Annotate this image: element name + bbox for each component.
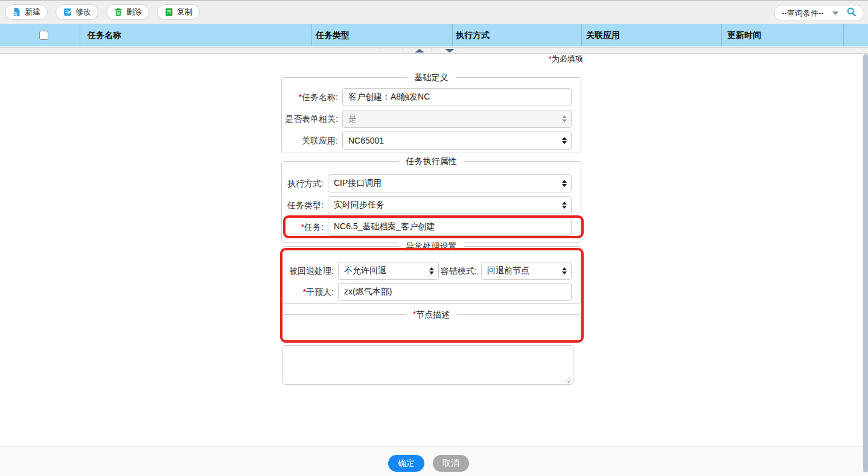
form-row: 是否表单相关: 是 xyxy=(282,110,581,128)
cancel-button[interactable]: 取消 xyxy=(433,455,469,472)
delete-button[interactable]: 删除 xyxy=(106,4,149,20)
section-basic-legend: 基础定义 xyxy=(407,72,456,83)
search-icon[interactable] xyxy=(846,7,857,19)
select-all-checkbox[interactable] xyxy=(39,31,48,40)
form-row: *干预人: xyxy=(282,283,581,301)
new-button[interactable]: 新建 xyxy=(5,4,48,20)
exec-mode-value: CIP接口调用 xyxy=(334,178,381,189)
toolbar: 新建 修改 删除 复制 --查询条件-- xyxy=(0,0,868,24)
select-stepper-icon xyxy=(562,180,567,187)
chevron-down-icon[interactable] xyxy=(832,11,838,15)
exec-mode-select[interactable]: CIP接口调用 xyxy=(328,174,572,192)
splitter-bar xyxy=(0,47,868,54)
modify-button-label: 修改 xyxy=(75,7,91,17)
required-note: *为必填项 xyxy=(549,54,583,65)
task-type-select[interactable]: 实时同步任务 xyxy=(328,196,572,214)
form-related-value: 是 xyxy=(348,113,357,124)
column-label: 任务名称 xyxy=(88,30,121,41)
rollback-handling-label: 被回退处理: xyxy=(282,262,334,280)
fault-mode-label: 容错模式: xyxy=(436,262,477,280)
form-row: 被回退处理: 不允许回退 容错模式: 回退前节点 xyxy=(282,262,581,280)
section-node-description-legend: *节点描述 xyxy=(406,309,457,320)
intervener-label: *干预人: xyxy=(282,283,334,301)
related-app-select[interactable]: NC65001 xyxy=(342,132,572,150)
select-stepper-icon xyxy=(562,267,567,274)
splitter-divider xyxy=(462,48,462,53)
column-header-task-name[interactable]: 任务名称 xyxy=(80,24,312,46)
section-exception-legend: 异常处理设置 xyxy=(399,241,464,252)
node-description-textarea[interactable] xyxy=(282,345,573,385)
new-button-label: 新建 xyxy=(25,7,40,17)
section-execution-legend: 任务执行属性 xyxy=(399,156,464,167)
section-basic-definition: 基础定义 *任务名称: 是否表单相关: 是 关联应用: NC65001 xyxy=(281,77,581,153)
column-header-update-time[interactable]: 更新时间 xyxy=(722,24,844,46)
task-type-label: 任务类型: xyxy=(282,196,324,214)
related-app-value: NC65001 xyxy=(348,136,384,145)
copy-button[interactable]: 复制 xyxy=(157,4,200,20)
footer-bar: 确定 取消 xyxy=(0,446,868,476)
query-condition-value: --查询条件-- xyxy=(782,8,823,19)
fault-mode-value: 回退前节点 xyxy=(487,265,529,276)
column-header-spacer xyxy=(844,24,868,46)
form-related-label: 是否表单相关: xyxy=(282,110,338,128)
splitter-divider xyxy=(403,48,403,53)
task-name-input[interactable] xyxy=(342,88,572,106)
new-document-icon xyxy=(12,7,22,17)
task-type-value: 实时同步任务 xyxy=(334,200,385,211)
splitter-divider xyxy=(432,48,432,53)
form-row: *任务: xyxy=(282,218,581,236)
select-all-column xyxy=(0,24,80,46)
task-input[interactable] xyxy=(328,218,572,236)
form-row: 执行方式: CIP接口调用 xyxy=(282,174,581,192)
column-header-task-type[interactable]: 任务类型 xyxy=(312,24,453,46)
column-header-exec-mode[interactable]: 执行方式 xyxy=(453,24,582,46)
form-related-select: 是 xyxy=(342,110,572,128)
delete-button-label: 删除 xyxy=(126,7,142,17)
intervener-input[interactable] xyxy=(338,283,572,301)
section-execution-attributes: 任务执行属性 执行方式: CIP接口调用 任务类型: 实时同步任务 *任务: xyxy=(281,161,581,243)
exec-mode-label: 执行方式: xyxy=(282,174,324,192)
column-label: 任务类型 xyxy=(316,30,349,41)
table-header: 任务名称 任务类型 执行方式 关联应用 更新时间 xyxy=(0,24,868,46)
form-row: *任务名称: xyxy=(282,88,581,106)
task-label: *任务: xyxy=(282,218,324,236)
ok-button[interactable]: 确定 xyxy=(388,455,424,472)
collapse-up-icon[interactable] xyxy=(415,49,424,52)
fault-mode-select[interactable]: 回退前节点 xyxy=(481,262,572,280)
column-header-related-app[interactable]: 关联应用 xyxy=(582,24,722,46)
collapse-down-icon[interactable] xyxy=(445,49,455,52)
column-label: 关联应用 xyxy=(586,30,620,41)
select-stepper-icon xyxy=(562,137,567,144)
trash-icon xyxy=(113,7,123,17)
page: 新建 修改 删除 复制 --查询条件-- xyxy=(0,0,868,476)
select-stepper-icon xyxy=(429,267,434,274)
modify-button[interactable]: 修改 xyxy=(56,4,98,20)
section-exception-handling: 异常处理设置 被回退处理: 不允许回退 容错模式: 回退前节点 *干预人: xyxy=(281,246,581,304)
query-condition-select[interactable]: --查询条件-- xyxy=(774,5,864,21)
required-note-text: 为必填项 xyxy=(552,54,583,63)
form-row: 关联应用: NC65001 xyxy=(282,132,581,150)
section-node-description: *节点描述 xyxy=(281,314,581,343)
rollback-handling-select[interactable]: 不允许回退 xyxy=(338,262,439,280)
select-stepper-icon xyxy=(562,115,567,122)
related-app-label: 关联应用: xyxy=(282,132,338,150)
column-label: 更新时间 xyxy=(727,30,761,41)
vertical-scrollbar-thumb[interactable] xyxy=(863,54,868,472)
copy-document-icon xyxy=(164,7,174,17)
rollback-handling-value: 不允许回退 xyxy=(344,265,386,276)
task-name-label: *任务名称: xyxy=(282,88,338,106)
splitter-divider xyxy=(380,48,380,53)
edit-document-icon xyxy=(63,7,72,17)
form-row: 任务类型: 实时同步任务 xyxy=(282,196,581,214)
column-label: 执行方式 xyxy=(456,30,490,41)
select-stepper-icon xyxy=(562,202,567,209)
copy-button-label: 复制 xyxy=(177,7,193,17)
